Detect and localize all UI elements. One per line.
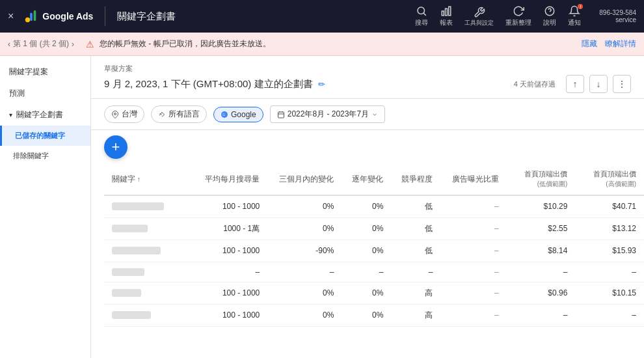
svg-point-3 (418, 7, 425, 14)
sidebar-item-keyword-suggestion[interactable]: 關鍵字提案 (0, 61, 90, 83)
sidebar-item-forecast[interactable]: 預測 (0, 83, 90, 104)
sidebar-item-label: 預測 (9, 88, 25, 99)
monthly-search-cell: 100 - 1000 (193, 304, 267, 326)
three-month-cell: 0% (267, 217, 342, 240)
yearly-cell: 0% (342, 304, 391, 326)
sidebar-item-label: 關鍵字企劃書 (16, 109, 63, 120)
table-row: 100 - 1000-90%0%低–$8.14$15.93 (104, 240, 644, 262)
prev-alert-button[interactable]: ‹ (8, 40, 10, 49)
col-impression[interactable]: 廣告曝光比重 (440, 164, 506, 195)
table-row: 100 - 10000%0%高–$0.96$10.15 (104, 282, 644, 304)
location-filter[interactable]: 台灣 (104, 105, 144, 123)
svg-rect-1 (31, 13, 33, 21)
notifications-nav-button[interactable]: ! 通知 (568, 5, 581, 27)
keyword-cell (104, 240, 193, 262)
competition-cell: 高 (391, 304, 440, 326)
high-bid-cell: $13.12 (575, 217, 644, 240)
keywords-table-container: 關鍵字 ↑ 平均每月搜尋量 三個月內的變化 逐年變化 (91, 164, 644, 327)
save-info: 4 天前儲存過 (514, 79, 556, 89)
monthly-search-cell: – (193, 262, 267, 282)
reports-icon (440, 5, 452, 17)
low-bid-cell: $10.29 (507, 195, 576, 218)
page-title: 關鍵字企劃書 (117, 10, 176, 23)
tools-nav-button[interactable]: 工具與設定 (464, 7, 494, 27)
account-info: 896-329-584 service (599, 9, 636, 23)
chevron-down-icon (371, 111, 378, 118)
keyword-cell (104, 304, 193, 326)
nav-divider (105, 7, 105, 26)
date-range-filter[interactable]: 2022年8月 - 2023年7月 (270, 105, 385, 123)
col-monthly-search[interactable]: 平均每月搜尋量 (193, 164, 267, 195)
col-three-month[interactable]: 三個月內的變化 (267, 164, 342, 195)
expand-icon: ▾ (9, 111, 12, 118)
svg-rect-13 (278, 112, 284, 118)
sidebar-item-keyword-plan[interactable]: ▾ 關鍵字企劃書 (0, 104, 90, 126)
calendar-icon (277, 111, 285, 118)
sidebar: 關鍵字提案 預測 ▾ 關鍵字企劃書 已儲存的關鍵字 排除關鍵字 (0, 56, 91, 358)
col-low-bid[interactable]: 首頁頂端出價(低價範圍) (507, 164, 576, 195)
top-navigation: × Google Ads 關鍵字企劃書 搜尋 報表 工具與設定 (0, 0, 644, 33)
main-content: 草擬方案 9 月 2, 2023, 1 下午 (GMT+08:00) 建立的企劃… (91, 56, 644, 358)
next-alert-button[interactable]: › (72, 40, 74, 49)
three-month-cell: 0% (267, 282, 342, 304)
nav-icons: 搜尋 報表 工具與設定 重新整理 說明 (415, 5, 636, 27)
table-header-row: 關鍵字 ↑ 平均每月搜尋量 三個月內的變化 逐年變化 (104, 164, 644, 195)
high-bid-cell: $40.71 (575, 195, 644, 218)
impression-cell: – (440, 304, 506, 326)
keyword-cell (104, 262, 193, 282)
search-nav-button[interactable]: 搜尋 (415, 5, 428, 27)
google-network-icon: G (221, 111, 228, 118)
edit-plan-button[interactable]: ✏ (318, 79, 325, 89)
add-keyword-button[interactable]: + (104, 135, 127, 159)
keyword-cell (104, 195, 193, 218)
svg-text:G: G (222, 113, 225, 117)
reports-nav-button[interactable]: 報表 (440, 5, 453, 27)
col-high-bid[interactable]: 首頁頂端出價(高價範圍) (575, 164, 644, 195)
col-yearly[interactable]: 逐年變化 (342, 164, 391, 195)
tools-icon (474, 7, 485, 18)
app-name-label: Google Ads (42, 11, 93, 21)
svg-rect-7 (449, 7, 451, 16)
help-nav-button[interactable]: 說明 (543, 5, 556, 27)
detail-alert-button[interactable]: 瞭解詳情 (605, 38, 636, 49)
language-filter[interactable]: 所有語言 (151, 105, 207, 123)
download-button[interactable]: ↓ (589, 75, 608, 93)
sidebar-item-excluded-keywords[interactable]: 排除關鍵字 (0, 146, 90, 166)
competition-cell: 低 (391, 195, 440, 218)
close-icon[interactable]: × (8, 10, 14, 22)
col-keyword[interactable]: 關鍵字 ↑ (104, 164, 193, 195)
breadcrumb: 草擬方案 (104, 64, 631, 74)
svg-rect-6 (446, 8, 448, 16)
three-month-cell: – (267, 262, 342, 282)
impression-cell: – (440, 195, 506, 218)
keyword-cell (104, 217, 193, 240)
svg-rect-2 (34, 10, 36, 21)
refresh-nav-button[interactable]: 重新整理 (505, 5, 531, 27)
table-row: 100 - 10000%0%高––– (104, 304, 644, 326)
network-filter[interactable]: G Google (213, 107, 263, 122)
impression-cell: – (440, 282, 506, 304)
more-options-button[interactable]: ⋮ (613, 75, 631, 93)
impression-cell: – (440, 262, 506, 282)
share-button[interactable]: ↑ (566, 75, 584, 93)
hide-alert-button[interactable]: 隱藏 (582, 38, 597, 49)
svg-point-10 (114, 113, 116, 115)
keywords-table: 關鍵字 ↑ 平均每月搜尋量 三個月內的變化 逐年變化 (104, 164, 644, 327)
table-row: 1000 - 1萬0%0%低–$2.55$13.12 (104, 217, 644, 240)
three-month-cell: 0% (267, 304, 342, 326)
competition-cell: 低 (391, 217, 440, 240)
sidebar-item-label: 關鍵字提案 (9, 66, 48, 77)
main-layout: 關鍵字提案 預測 ▾ 關鍵字企劃書 已儲存的關鍵字 排除關鍵字 草擬方案 9 月… (0, 56, 644, 358)
yearly-cell: 0% (342, 195, 391, 218)
impression-cell: – (440, 217, 506, 240)
sidebar-item-saved-keywords[interactable]: 已儲存的關鍵字 (0, 126, 90, 146)
filter-bar: 台灣 所有語言 G Google 2022年8月 - 2023年7月 (91, 99, 644, 130)
google-ads-logo-icon (24, 9, 38, 23)
location-icon (111, 111, 119, 118)
col-competition[interactable]: 競爭程度 (391, 164, 440, 195)
notification-badge: ! (578, 4, 583, 9)
competition-cell: 高 (391, 282, 440, 304)
sidebar-item-label: 已儲存的關鍵字 (15, 131, 65, 141)
alert-actions: 隱藏 瞭解詳情 (582, 38, 636, 49)
impression-cell: – (440, 240, 506, 262)
